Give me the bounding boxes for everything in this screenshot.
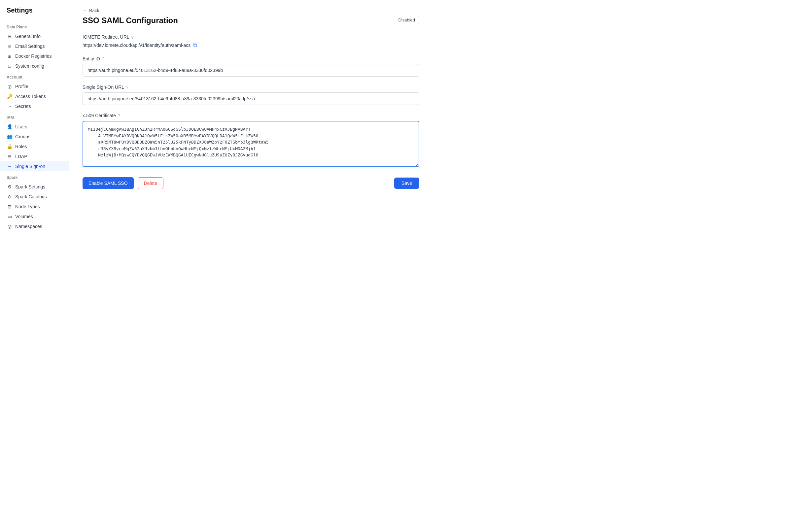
namespaces-icon: ◎ xyxy=(6,224,13,229)
node-types-icon: ⊡ xyxy=(6,204,13,209)
section-label-data-plane: Data Plane xyxy=(0,21,69,31)
sidebar-item-profile[interactable]: ◎ Profile xyxy=(0,81,69,91)
system-config-icon: □ xyxy=(6,63,13,69)
ldap-icon: ⊟ xyxy=(6,154,13,159)
cert-help-icon[interactable]: ? xyxy=(118,113,120,118)
section-label-account: Account xyxy=(0,71,69,81)
back-link[interactable]: ← Back xyxy=(82,8,419,13)
sidebar-item-roles[interactable]: 🔒 Roles xyxy=(0,141,69,151)
sidebar-section-data-plane: Data Plane ⊟ General Info ✉ Email Settin… xyxy=(0,21,69,71)
sidebar-item-users[interactable]: 👤 Users xyxy=(0,122,69,132)
docker-registries-icon: ⊞ xyxy=(6,54,13,59)
sso-url-section: Single Sign-On URL ? xyxy=(82,84,419,105)
redirect-url-value: https://dev.iomete.cloud/api/v1/identity… xyxy=(82,42,419,48)
section-label-spark: Spark xyxy=(0,171,69,182)
sidebar-section-account: Account ◎ Profile 🔑 Access Tokens ··· Se… xyxy=(0,71,69,111)
sidebar-item-single-sign-on[interactable]: → Single Sign-on xyxy=(0,162,69,171)
save-button[interactable]: Save xyxy=(394,177,419,189)
sidebar-item-ldap[interactable]: ⊟ LDAP xyxy=(0,151,69,162)
spark-settings-icon: ⚙ xyxy=(6,184,13,189)
single-sign-on-icon: → xyxy=(6,164,13,169)
sso-url-label: Single Sign-On URL ? xyxy=(82,84,419,90)
copy-redirect-url-icon[interactable]: ⧉ xyxy=(193,42,197,48)
sidebar-section-spark: Spark ⚙ Spark Settings ⊙ Spark Catalogs … xyxy=(0,171,69,231)
cert-textarea[interactable]: MIIDejCCAmKgAwIBAgIGAZJn2RrMA0GCSqGSlb3D… xyxy=(82,121,419,167)
spark-catalogs-icon: ⊙ xyxy=(6,194,13,200)
sidebar-item-email-settings[interactable]: ✉ Email Settings xyxy=(0,41,69,51)
sso-url-help-icon[interactable]: ? xyxy=(126,85,128,90)
sidebar-item-spark-catalogs[interactable]: ⊙ Spark Catalogs xyxy=(0,192,69,202)
page-title: SSO SAML Configuration xyxy=(82,16,178,25)
secrets-icon: ··· xyxy=(6,104,13,108)
access-tokens-icon: 🔑 xyxy=(6,94,13,99)
sidebar-item-namespaces[interactable]: ◎ Namespaces xyxy=(0,222,69,231)
roles-icon: 🔒 xyxy=(6,144,13,149)
button-row: Enable SAML SSO Delete Save xyxy=(82,177,419,189)
redirect-url-label: IOMETE Redirect URL ? xyxy=(82,34,419,40)
sidebar-section-iam: IAM 👤 Users 👥 Groups 🔒 Roles ⊟ LDAP → Si… xyxy=(0,111,69,171)
redirect-url-section: IOMETE Redirect URL ? https://dev.iomete… xyxy=(82,34,419,48)
sidebar-item-system-config[interactable]: □ System config xyxy=(0,61,69,71)
groups-icon: 👥 xyxy=(6,134,13,139)
app-title: Settings xyxy=(0,6,69,21)
sidebar: Settings Data Plane ⊟ General Info ✉ Ema… xyxy=(0,0,69,532)
section-label-iam: IAM xyxy=(0,111,69,122)
sidebar-item-general-info[interactable]: ⊟ General Info xyxy=(0,31,69,41)
sidebar-item-secrets[interactable]: ··· Secrets xyxy=(0,101,69,111)
enable-saml-sso-button[interactable]: Enable SAML SSO xyxy=(82,177,134,189)
entity-id-section: Entity ID ? xyxy=(82,56,419,77)
delete-button[interactable]: Delete xyxy=(138,177,164,189)
profile-icon: ◎ xyxy=(6,84,13,89)
main-content: ← Back SSO SAML Configuration Disabled I… xyxy=(69,0,795,532)
sidebar-item-spark-settings[interactable]: ⚙ Spark Settings xyxy=(0,182,69,192)
volumes-icon: ▭ xyxy=(6,214,13,219)
page-header: SSO SAML Configuration Disabled xyxy=(82,16,419,25)
entity-id-help-icon[interactable]: ? xyxy=(102,56,104,61)
button-row-left: Enable SAML SSO Delete xyxy=(82,177,164,189)
cert-label: x.509 Certificate ? xyxy=(82,113,419,118)
users-icon: 👤 xyxy=(6,124,13,129)
entity-id-input[interactable] xyxy=(82,64,419,77)
back-arrow-icon: ← xyxy=(82,8,87,13)
sidebar-item-volumes[interactable]: ▭ Volumes xyxy=(0,212,69,222)
sidebar-item-docker-registries[interactable]: ⊞ Docker Registries xyxy=(0,51,69,61)
sidebar-item-groups[interactable]: 👥 Groups xyxy=(0,132,69,141)
cert-section: x.509 Certificate ? MIIDejCCAmKgAwIBAgIG… xyxy=(82,113,419,168)
general-info-icon: ⊟ xyxy=(6,34,13,39)
sso-url-input[interactable] xyxy=(82,92,419,105)
redirect-url-help-icon[interactable]: ? xyxy=(131,35,134,40)
entity-id-label: Entity ID ? xyxy=(82,56,419,61)
email-settings-icon: ✉ xyxy=(6,43,13,49)
status-badge: Disabled xyxy=(394,16,419,24)
sidebar-item-access-tokens[interactable]: 🔑 Access Tokens xyxy=(0,91,69,101)
sidebar-item-node-types[interactable]: ⊡ Node Types xyxy=(0,202,69,212)
